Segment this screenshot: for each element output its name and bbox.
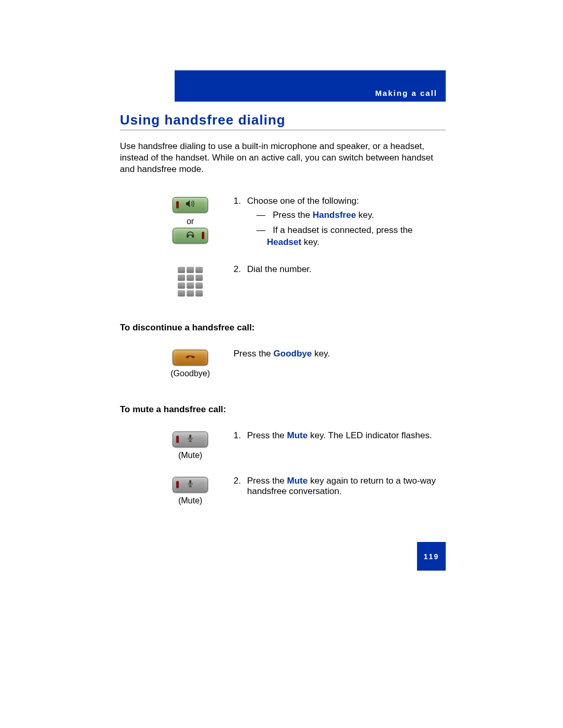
mute-step1-number: 1. — [234, 430, 247, 441]
speaker-icon — [186, 200, 195, 210]
step1-option1: — Press the Handsfree key. — [256, 209, 446, 221]
step1-lead: Choose one of the following: — [247, 196, 446, 206]
keypad-icon-column — [151, 264, 229, 297]
mute-key-label: Mute — [287, 476, 308, 486]
svg-rect-3 — [189, 480, 191, 484]
mute-heading: To mute a handsfree call: — [120, 404, 446, 415]
mute-step1-text: 1. Press the Mute key. The LED indicator… — [229, 430, 446, 441]
step2-number: 2. — [234, 264, 247, 275]
dialpad-icon — [178, 267, 203, 297]
chapter-title: Making a call — [375, 89, 437, 97]
mute-row-2: (Mute) 2. Press the Mute key again to re… — [120, 476, 446, 505]
svg-rect-2 — [189, 435, 191, 439]
goodbye-key-icon — [173, 350, 208, 365]
headset-key-label: Headset — [267, 237, 301, 247]
handsfree-key-label: Handsfree — [313, 210, 356, 220]
led-indicator-icon — [176, 481, 179, 488]
step1-option2: — If a headset is connected, press the H… — [256, 225, 446, 249]
discontinue-text: Press the Goodbye key. — [229, 349, 446, 359]
svg-rect-0 — [187, 235, 188, 238]
mute-row-1: (Mute) 1. Press the Mute key. The LED in… — [120, 430, 446, 460]
step1-number: 1. — [234, 196, 247, 249]
discontinue-row: (Goodbye) Press the Goodbye key. — [120, 349, 446, 378]
handsfree-key-icon — [173, 197, 208, 213]
microphone-mute-icon — [187, 479, 194, 490]
microphone-mute-icon — [187, 434, 194, 445]
step2-text: 2. Dial the number. — [229, 264, 446, 275]
content-area: Using handsfree dialing Use handsfree di… — [120, 112, 446, 505]
mute-step2-text: 2. Press the Mute key again to return to… — [229, 476, 446, 497]
goodbye-caption: (Goodbye) — [151, 369, 229, 378]
led-indicator-icon — [176, 436, 179, 443]
mute-key-label: Mute — [287, 430, 308, 440]
mute-caption-1: (Mute) — [151, 451, 229, 460]
mute-caption-2: (Mute) — [151, 496, 229, 505]
chapter-header-bar: Making a call — [175, 70, 446, 102]
step-row-2: 2. Dial the number. — [120, 264, 446, 297]
document-page: Making a call Using handsfree dialing Us… — [0, 0, 563, 728]
goodbye-key-label: Goodbye — [274, 349, 312, 359]
discontinue-heading: To discontinue a handsfree call: — [120, 323, 446, 333]
phone-down-icon — [185, 353, 196, 362]
mute-icon-column-1: (Mute) — [151, 430, 229, 460]
section-title: Using handsfree dialing — [120, 112, 446, 130]
headset-key-icon — [173, 228, 208, 243]
or-label: or — [151, 217, 229, 226]
intro-paragraph: Use handsfree dialing to use a built-in … — [120, 141, 446, 175]
mute-icon-column-2: (Mute) — [151, 476, 229, 505]
goodbye-icon-column: (Goodbye) — [151, 349, 229, 378]
step1-text: 1. Choose one of the following: — Press … — [229, 196, 446, 249]
step2-instruction: Dial the number. — [247, 264, 446, 275]
mute-key-icon — [173, 431, 208, 447]
step1-icon-column: or — [151, 196, 229, 246]
led-indicator-icon — [176, 201, 179, 208]
page-number: 119 — [417, 542, 446, 571]
step-row-1: or 1. Choose one of the following: — — [120, 196, 446, 249]
led-indicator-icon — [202, 232, 204, 239]
svg-rect-1 — [192, 235, 194, 238]
mute-key-icon — [173, 477, 208, 492]
headset-icon — [186, 230, 195, 241]
mute-step2-number: 2. — [234, 476, 247, 497]
